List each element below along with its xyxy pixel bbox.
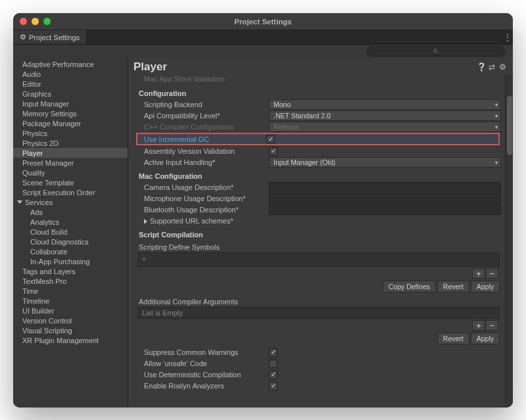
chevron-right-icon xyxy=(144,219,147,224)
sidebar-item-cloud-diagnostics[interactable]: Cloud Diagnostics xyxy=(13,237,128,246)
row-bluetooth-usage: Bluetooth Usage Description* xyxy=(137,204,501,216)
microphone-usage-input[interactable] xyxy=(269,193,501,204)
remove-arg-button[interactable]: − xyxy=(485,320,498,331)
scripting-define-symbols-list[interactable]: = xyxy=(137,252,500,267)
row-assembly-validation: Assembly Version Validation xyxy=(137,146,501,157)
sidebar-item-script-execution-order[interactable]: Script Execution Order xyxy=(13,187,128,197)
deterministic-compilation-checkbox[interactable] xyxy=(269,371,277,379)
sidebar-item-quality[interactable]: Quality xyxy=(13,168,128,177)
row-camera-usage: Camera Usage Description* xyxy=(137,182,501,193)
sidebar-item-version-control[interactable]: Version Control xyxy=(13,315,128,325)
section-configuration: Configuration xyxy=(137,85,501,99)
gear-icon[interactable]: ⚙ xyxy=(497,62,508,72)
sidebar-item-physics-2d[interactable]: Physics 2D xyxy=(13,138,128,148)
chevron-down-icon xyxy=(17,200,22,204)
api-compatibility-dropdown[interactable]: .NET Standard 2.0▾ xyxy=(269,110,501,121)
search-input[interactable] xyxy=(367,46,505,57)
row-allow-unsafe: Allow 'unsafe' Code xyxy=(137,358,501,369)
chevron-down-icon: ▾ xyxy=(495,102,498,108)
search-icon xyxy=(433,48,439,55)
sidebar-item-in-app-purchasing[interactable]: In-App Purchasing xyxy=(13,256,128,266)
sidebar-item-time[interactable]: Time xyxy=(13,286,128,296)
sidebar-item-ads[interactable]: Ads xyxy=(13,207,128,217)
allow-unsafe-checkbox[interactable] xyxy=(269,360,277,368)
svg-point-0 xyxy=(434,49,437,53)
sidebar-item-analytics[interactable]: Analytics xyxy=(13,217,128,227)
assembly-validation-checkbox[interactable] xyxy=(269,147,277,156)
remove-define-button[interactable]: − xyxy=(485,268,498,279)
copy-defines-button[interactable]: Copy Defines xyxy=(383,281,436,292)
row-microphone-usage: Microphone Usage Description* xyxy=(137,193,501,204)
bluetooth-usage-input[interactable] xyxy=(269,204,501,215)
help-icon[interactable]: ❔ xyxy=(476,62,487,72)
sidebar-item-graphics[interactable]: Graphics xyxy=(13,89,128,99)
additional-compiler-args-label: Additional Compiler Arguments xyxy=(137,296,500,307)
svg-line-1 xyxy=(437,52,439,54)
row-suppress-warnings: Suppress Common Warnings xyxy=(137,347,501,358)
titlebar: Project Settings xyxy=(13,13,513,30)
chevron-down-icon: ▾ xyxy=(495,160,498,166)
sidebar-item-player[interactable]: Player xyxy=(13,148,128,158)
scripting-backend-dropdown[interactable]: Mono▾ xyxy=(269,99,501,110)
row-roslyn-analyzers: Enable Roslyn Analyzers xyxy=(137,381,501,392)
sidebar-item-audio[interactable]: Audio xyxy=(13,69,128,79)
apply-defines-button[interactable]: Apply xyxy=(471,281,500,292)
apply-args-button[interactable]: Apply xyxy=(471,333,500,344)
additional-compiler-args-box: Additional Compiler Arguments List is Em… xyxy=(137,296,500,332)
project-settings-window: Project Settings ⚙ Project Settings ⋮ Ad… xyxy=(13,13,513,408)
settings-scroll[interactable]: Mac App Store Validation Configuration S… xyxy=(128,75,505,408)
scripting-define-symbols-box: Scripting Define Symbols = + − xyxy=(137,242,500,280)
sidebar-item-ui-builder[interactable]: UI Builder xyxy=(13,306,128,315)
sidebar-item-xr-plugin-management[interactable]: XR Plugin Management xyxy=(13,335,128,345)
active-input-handling-dropdown[interactable]: Input Manager (Old)▾ xyxy=(269,157,501,168)
page-title: Player xyxy=(133,60,476,74)
suppress-warnings-checkbox[interactable] xyxy=(269,348,277,357)
defines-button-row: Copy Defines Revert Apply xyxy=(137,280,501,295)
sidebar-item-editor[interactable]: Editor xyxy=(13,79,128,89)
camera-usage-input[interactable] xyxy=(269,182,501,193)
tabbar: ⚙ Project Settings ⋮ xyxy=(13,30,513,45)
tab-label: Project Settings xyxy=(29,34,80,41)
use-incremental-gc-checkbox[interactable] xyxy=(266,135,275,143)
scrollbar-thumb[interactable] xyxy=(507,96,512,155)
section-mac-configuration: Mac Configuration xyxy=(137,168,501,182)
sidebar-item-package-manager[interactable]: Package Manager xyxy=(13,118,128,128)
list-empty-label: List is Empty xyxy=(142,309,183,317)
sidebar-item-input-manager[interactable]: Input Manager xyxy=(13,99,128,108)
kebab-menu-icon[interactable]: ⋮ xyxy=(502,30,513,44)
vertical-scrollbar[interactable] xyxy=(505,75,513,408)
sidebar-item-scene-template[interactable]: Scene Template xyxy=(13,177,128,187)
chevron-down-icon: ▾ xyxy=(495,124,498,130)
sidebar-item-visual-scripting[interactable]: Visual Scripting xyxy=(13,325,128,335)
row-cpp-compiler: C++ Compiler Configuration Release▾ xyxy=(137,122,501,133)
add-define-button[interactable]: + xyxy=(472,268,485,279)
drag-handle-icon[interactable]: = xyxy=(142,255,149,263)
sidebar-item-memory-settings[interactable]: Memory Settings xyxy=(13,108,128,118)
sidebar-item-adaptive-performance[interactable]: Adaptive Performance xyxy=(13,59,128,69)
additional-compiler-args-list[interactable]: List is Empty xyxy=(137,307,500,319)
revert-args-button[interactable]: Revert xyxy=(437,333,469,344)
search-row xyxy=(13,45,513,58)
gear-icon: ⚙ xyxy=(20,33,26,41)
main-header: Player ❔ ⇄ ⚙ xyxy=(128,58,513,75)
sidebar-item-preset-manager[interactable]: Preset Manager xyxy=(13,158,128,168)
sidebar-item-timeline[interactable]: Timeline xyxy=(13,296,128,306)
row-scripting-backend: Scripting Backend Mono▾ xyxy=(137,99,501,110)
sidebar-item-tags-and-layers[interactable]: Tags and Layers xyxy=(13,266,128,276)
preset-icon[interactable]: ⇄ xyxy=(487,62,497,72)
sidebar-item-services[interactable]: Services xyxy=(13,197,128,207)
tab-project-settings[interactable]: ⚙ Project Settings xyxy=(13,30,87,44)
mac-app-store-validation-label: Mac App Store Validation xyxy=(144,75,225,83)
row-deterministic-compilation: Use Deterministic Compilation xyxy=(137,369,501,381)
sidebar-item-collaborate[interactable]: Collaborate xyxy=(13,246,128,256)
roslyn-analyzers-checkbox[interactable] xyxy=(269,382,277,390)
revert-defines-button[interactable]: Revert xyxy=(437,281,469,292)
section-script-compilation: Script Compilation xyxy=(137,227,501,241)
sidebar-item-physics[interactable]: Physics xyxy=(13,128,128,138)
row-supported-url-schemes[interactable]: Supported URL schemes* xyxy=(137,216,501,227)
add-arg-button[interactable]: + xyxy=(472,320,485,331)
sidebar[interactable]: Adaptive Performance Audio Editor Graphi… xyxy=(13,58,128,408)
args-button-row: Revert Apply xyxy=(137,332,501,347)
sidebar-item-textmesh-pro[interactable]: TextMesh Pro xyxy=(13,276,128,286)
sidebar-item-cloud-build[interactable]: Cloud Build xyxy=(13,227,128,237)
